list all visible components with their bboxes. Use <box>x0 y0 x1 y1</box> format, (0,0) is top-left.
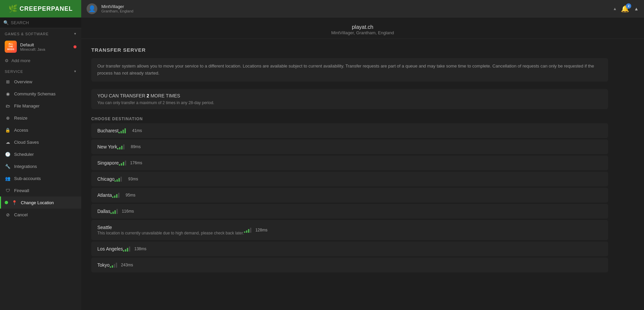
ping-value: 89ms <box>127 144 141 149</box>
ping-value: 41ms <box>129 128 142 133</box>
sidebar-item-scheduler[interactable]: 🕐Scheduler <box>0 148 81 160</box>
signal-bar-1 <box>123 250 124 252</box>
ping-value: 138ms <box>133 247 146 251</box>
add-more-label: Add more <box>11 58 30 63</box>
sidebar-item-sub-accounts[interactable]: 👥Sub-accounts <box>0 172 81 184</box>
signal-bar-4 <box>123 144 125 149</box>
ping-value: 128ms <box>254 228 267 232</box>
notification-button[interactable]: 🔔 2 <box>621 5 629 13</box>
game-item[interactable]: ALLTHEMODS Default Minecraft: Java <box>0 38 81 55</box>
sidebar-item-firewall[interactable]: 🛡Firewall <box>0 184 81 196</box>
ping-value: 95ms <box>122 193 136 197</box>
topbar-expand-icon[interactable]: ▲ <box>634 6 639 11</box>
location-row[interactable]: Chicago93ms <box>91 172 608 186</box>
signal-bar-4 <box>120 177 122 182</box>
signal-bar-1 <box>117 148 118 149</box>
community-schemas-icon: ◉ <box>5 91 11 97</box>
signal-bars <box>110 209 118 214</box>
games-chevron-icon: ▾ <box>74 32 77 36</box>
sidebar-item-label-firewall: Firewall <box>14 188 29 193</box>
sidebar-item-label-file-manager: File Manager <box>14 103 40 108</box>
sidebar-item-label-integrations: Integrations <box>14 164 37 169</box>
location-row[interactable]: Dallas116ms <box>91 204 608 219</box>
add-more-button[interactable]: ⚙ Add more <box>0 55 81 66</box>
sidebar-item-label-cloud-saves: Cloud Saves <box>14 140 39 145</box>
sidebar-item-change-location[interactable]: 📍Change Location <box>0 196 81 209</box>
location-row[interactable]: Singapore176ms <box>91 156 608 170</box>
sidebar-item-label-overview: Overview <box>14 79 32 84</box>
location-unavail-msg: This location is currently unavailable d… <box>97 231 244 235</box>
service-section-header[interactable]: SERVICE ▾ <box>0 66 81 76</box>
content-area: TRANSFER SERVER Our transfer system allo… <box>81 39 618 282</box>
signal-bar-3 <box>114 210 116 214</box>
location-right: 89ms <box>117 144 141 149</box>
signal-bar-1 <box>118 132 120 133</box>
sidebar-item-label-change-location: Change Location <box>21 200 54 205</box>
sidebar-item-community-schemas[interactable]: ◉Community Schemas <box>0 88 81 100</box>
signal-bar-3 <box>121 146 122 149</box>
signal-bar-2 <box>120 131 122 133</box>
topbar-username: MintVillager <box>101 4 609 9</box>
location-name: Tokyo <box>97 262 110 268</box>
topbar-right: 🔔 2 ▲ <box>621 5 639 13</box>
location-row[interactable]: New York89ms <box>91 139 608 154</box>
topbar-user-info: MintVillager Grantham, England <box>101 4 609 13</box>
location-right: 95ms <box>112 192 136 198</box>
search-input[interactable] <box>11 20 78 25</box>
location-name: New York <box>97 144 117 149</box>
firewall-icon: 🛡 <box>5 187 11 193</box>
topbar-location: Grantham, England <box>101 9 609 13</box>
signal-bar-4 <box>116 209 118 214</box>
signal-bar-4 <box>118 193 119 198</box>
sidebar-item-label-resize: Resize <box>14 116 28 121</box>
access-icon: 🔒 <box>5 127 11 133</box>
location-info: Dallas <box>97 209 110 214</box>
ping-value: 116ms <box>120 209 134 214</box>
signal-bars <box>123 246 130 252</box>
signal-bars <box>112 192 119 198</box>
sidebar-item-cloud-saves[interactable]: ☁Cloud Saves <box>0 136 81 148</box>
location-name: Los Angeles <box>97 246 123 252</box>
signal-bar-2 <box>114 195 115 198</box>
signal-bar-3 <box>123 162 124 166</box>
transfer-count-number: 2 <box>147 93 149 98</box>
signal-bar-4 <box>129 247 130 252</box>
sidebar-item-file-manager[interactable]: 🗁File Manager <box>0 100 81 112</box>
location-right: 116ms <box>110 209 134 214</box>
location-info: Los Angeles <box>97 246 123 252</box>
ping-value: 93ms <box>125 177 138 181</box>
service-chevron-icon: ▾ <box>74 69 77 74</box>
sidebar-item-integrations[interactable]: 🔧Integrations <box>0 160 81 172</box>
sidebar-item-access[interactable]: 🔒Access <box>0 124 81 136</box>
sidebar-item-resize[interactable]: ⊕Resize <box>0 112 81 124</box>
games-section-header[interactable]: GAMES & SOFTWARE ▾ <box>0 28 81 38</box>
signal-bar-3 <box>118 178 120 182</box>
signal-bar-4 <box>125 161 126 166</box>
signal-bar-4 <box>116 263 117 268</box>
sidebar-item-cancel[interactable]: ⊘Cancel <box>0 209 81 221</box>
game-type: Minecraft: Java <box>20 47 70 51</box>
location-row[interactable]: Los Angeles138ms <box>91 241 608 256</box>
topbar-chevron-icon[interactable]: ▲ <box>613 6 617 11</box>
signal-bars <box>118 128 126 133</box>
location-name: Seattle <box>97 225 244 230</box>
logo-icon: 🌿 <box>8 4 17 13</box>
location-info: Atlanta <box>97 192 112 198</box>
signal-bar-2 <box>112 212 114 214</box>
location-row[interactable]: Tokyo243ms <box>91 258 608 272</box>
signal-bar-2 <box>246 230 247 233</box>
sidebar-item-overview[interactable]: ⊞Overview <box>0 76 81 88</box>
location-right: 176ms <box>119 160 142 166</box>
location-row[interactable]: Bucharest41ms <box>91 123 608 138</box>
signal-bar-2 <box>116 179 118 182</box>
logo-bar: 🌿 CREEPERPANEL <box>0 0 81 17</box>
signal-bars <box>110 262 117 268</box>
ping-value: 176ms <box>129 161 142 165</box>
location-row[interactable]: SeattleThis location is currently unavai… <box>91 220 608 240</box>
signal-bar-3 <box>114 264 115 268</box>
signal-bar-1 <box>112 196 113 198</box>
page-site: playat.ch <box>81 24 644 30</box>
location-row[interactable]: Atlanta95ms <box>91 188 608 203</box>
location-name: Singapore <box>97 160 119 166</box>
location-info: SeattleThis location is currently unavai… <box>97 225 244 235</box>
